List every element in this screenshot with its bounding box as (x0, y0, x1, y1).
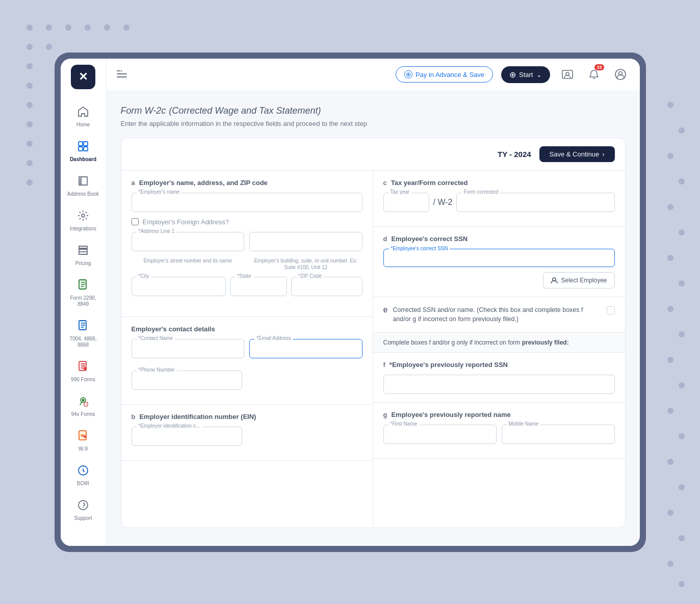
sidebar-item-support[interactable]: Support (63, 493, 103, 526)
ty-label: TY - 2024 (498, 150, 531, 159)
address-line1-input[interactable] (132, 232, 245, 251)
form-990-label: 990 Forms (71, 377, 95, 383)
form-990-icon (75, 358, 91, 375)
integrations-icon (75, 207, 91, 224)
svg-rect-3 (84, 147, 88, 151)
reported-ssn-input[interactable] (383, 375, 615, 394)
svg-text:2: 2 (84, 435, 86, 438)
form-card: TY - 2024 Save & Continue › a (121, 138, 626, 528)
ssn-input-box: *Employee's correct SSN (383, 249, 615, 267)
sidebar-item-pricing[interactable]: Pricing (63, 238, 103, 271)
section-d: d Employee's correct SSN *Employee's cor… (373, 227, 625, 297)
sidebar-item-w9[interactable]: W 2 W-9 (63, 424, 103, 456)
address-line1-field: *Address Line 1 (132, 232, 245, 251)
page-description: Enter the applicable information in the … (121, 120, 626, 127)
pay-advance-button[interactable]: ⊕ Pay in Advance & Save (396, 66, 493, 83)
svg-rect-0 (79, 142, 83, 146)
section-b-header: b Employer identification number (EIN) (132, 413, 362, 421)
save-continue-label: Save & Continue (550, 150, 600, 158)
middle-name-input[interactable] (502, 425, 615, 444)
notifications-button[interactable]: 33 (585, 65, 603, 84)
svg-point-11 (82, 399, 85, 401)
city-field: *City (132, 277, 226, 296)
tax-year-input[interactable] (383, 193, 429, 212)
middle-name-label: Middle Name (507, 421, 541, 427)
first-name-field: *First Name (383, 425, 497, 444)
section-d-title: Employee's correct SSN (391, 235, 468, 243)
first-name-input[interactable] (383, 425, 497, 444)
contact-name-input[interactable] (132, 339, 245, 358)
main-content: ⊕ Pay in Advance & Save ⊕ Start ⌄ (107, 59, 640, 546)
sidebar-item-address-book[interactable]: Address Book (63, 169, 103, 201)
section-g: g Employee's previously reported name *F… (373, 403, 625, 459)
save-continue-button[interactable]: Save & Continue › (539, 146, 615, 162)
svg-point-21 (566, 72, 569, 75)
sidebar-item-home[interactable]: Home (63, 99, 103, 132)
section-g-header: g Employee's previously reported name (383, 411, 615, 418)
contacts-button[interactable] (558, 65, 577, 84)
svg-point-18 (79, 501, 88, 510)
select-employee-button[interactable]: Select Employee (543, 272, 614, 288)
w9-label: W-9 (79, 446, 88, 452)
section-e-content: e Corrected SSN and/or name. (Check this… (383, 305, 615, 325)
section-c: c Tax year/Form corrected Tax year / W-2 (373, 171, 625, 227)
svg-rect-20 (562, 70, 573, 78)
contact-title: Employer's contact details (132, 325, 215, 333)
section-b-letter: b (132, 413, 136, 421)
section-a: a Employer's name, address, and ZIP code… (121, 171, 373, 317)
start-button[interactable]: ⊕ Start ⌄ (501, 66, 550, 83)
support-label: Support (74, 515, 92, 521)
app-container: ✕ Home (55, 52, 646, 552)
section-b-title: Employer identification number (EIN) (139, 413, 256, 421)
address-line1-label: *Address Line 1 (137, 228, 177, 234)
form-corrected-input[interactable] (456, 193, 614, 212)
section-d-header: d Employee's correct SSN (383, 235, 615, 243)
foreign-address-checkbox[interactable] (132, 218, 139, 225)
section-e-checkbox[interactable] (607, 306, 615, 314)
section-b: b Employer identification number (EIN) *… (121, 405, 373, 461)
email-input[interactable] (249, 339, 362, 358)
menu-icon[interactable] (117, 69, 127, 80)
employer-name-label: *Employer's name (137, 189, 182, 195)
sidebar-item-990[interactable]: 990 Forms (63, 354, 103, 387)
integrations-label: Integrations (70, 226, 96, 232)
svg-point-19 (120, 70, 121, 71)
form-7004-label: 7004, 4868, 8868 (66, 336, 100, 348)
sidebar-item-integrations[interactable]: Integrations (63, 203, 103, 236)
first-name-label: *First Name (388, 421, 420, 427)
section-c-title: Tax year/Form corrected (391, 179, 468, 187)
boir-icon (75, 462, 91, 479)
section-g-letter: g (383, 411, 387, 418)
contact-name-label: *Contact Name (137, 335, 175, 341)
email-label: *Email Address (254, 335, 293, 341)
address-line2-input[interactable] (249, 232, 362, 251)
sidebar-item-dashboard[interactable]: Dashboard (63, 134, 103, 167)
notification-count: 33 (594, 64, 604, 70)
ein-input[interactable] (132, 427, 242, 446)
state-select[interactable] (230, 277, 287, 296)
ssn-input[interactable] (390, 255, 608, 263)
city-input[interactable] (132, 277, 226, 296)
chevron-down-icon: ⌄ (536, 71, 542, 78)
form-94x-label: 94x Forms (71, 411, 95, 417)
start-label: Start (519, 71, 533, 78)
page-content: Form W-2c (Corrected Wage and Tax Statem… (107, 91, 640, 546)
sidebar-item-boir[interactable]: BOIR (63, 458, 103, 491)
select-employee-label: Select Employee (561, 277, 607, 284)
app-logo[interactable]: ✕ (71, 65, 95, 89)
home-icon (75, 103, 91, 120)
complete-boxes-note: Complete boxes f and/or g only if incorr… (373, 333, 625, 353)
sidebar-item-94x[interactable]: 94x Forms (63, 389, 103, 422)
phone-input[interactable] (132, 371, 242, 390)
sidebar-item-form-2290[interactable]: Form 2290, 8849 (63, 273, 103, 311)
form-7004-icon (75, 318, 91, 334)
sidebar-item-7004[interactable]: 7004, 4868, 8868 (63, 313, 103, 352)
section-e-text: Corrected SSN and/or name. (Check this b… (393, 305, 601, 325)
support-icon (75, 497, 91, 513)
city-label: *City (137, 273, 151, 279)
zip-input[interactable] (291, 277, 362, 296)
form-subtitle: (Corrected Wage and Tax Statement) (169, 106, 321, 116)
section-f-header: f *Employee's previously reported SSN (383, 361, 615, 369)
user-profile-button[interactable] (611, 65, 630, 84)
employer-name-input[interactable] (132, 193, 362, 212)
